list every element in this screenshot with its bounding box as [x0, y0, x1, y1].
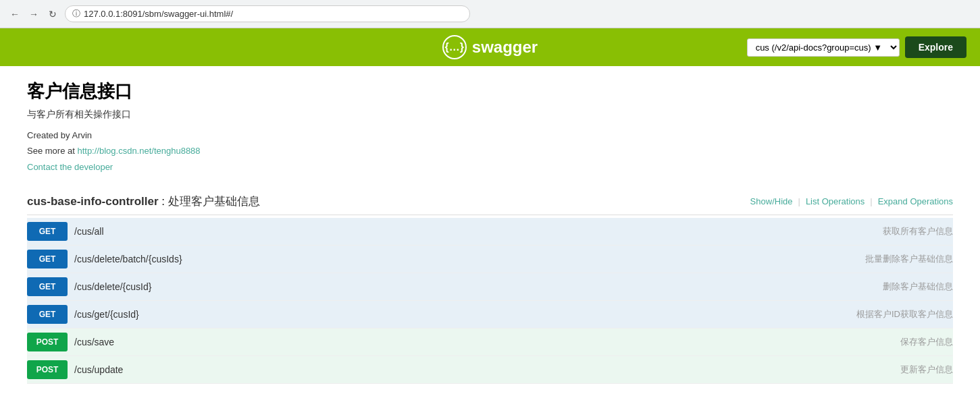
api-path: /cus/update — [74, 364, 900, 375]
controller-desc: 处理客户基础信息 — [168, 195, 260, 208]
api-info: 客户信息接口 与客户所有相关操作接口 Created by Arvin See … — [27, 80, 953, 175]
swagger-logo: {…} swagger — [442, 35, 538, 59]
api-row[interactable]: POST /cus/save 保存客户信息 — [27, 329, 953, 356]
list-operations-link[interactable]: List Operations — [806, 196, 865, 206]
controller-actions: Show/Hide | List Operations | Expand Ope… — [750, 196, 953, 206]
api-meta: Created by Arvin See more at http://blog… — [27, 128, 953, 175]
api-row[interactable]: GET /cus/delete/batch/{cusIds} 批量删除客户基础信… — [27, 246, 953, 273]
api-title: 客户信息接口 — [27, 80, 953, 103]
method-badge-get[interactable]: GET — [27, 250, 68, 268]
api-group-select[interactable]: cus (/v2/api-docs?group=cus) ▼ — [747, 38, 900, 57]
api-contact-link[interactable]: Contact the developer — [27, 162, 113, 172]
api-rows-container: GET /cus/all 获取所有客户信息 GET /cus/delete/ba… — [27, 218, 953, 384]
explore-button[interactable]: Explore — [905, 36, 966, 58]
swagger-app-name: swagger — [472, 38, 538, 57]
controller-separator: : — [161, 195, 167, 208]
method-badge-get[interactable]: GET — [27, 222, 68, 241]
controller-section: cus-base-info-controller : 处理客户基础信息 Show… — [27, 188, 953, 384]
controller-name: cus-base-info-controller — [27, 195, 159, 208]
method-badge-post[interactable]: POST — [27, 333, 68, 351]
api-path: /cus/all — [74, 226, 883, 237]
api-row[interactable]: GET /cus/all 获取所有客户信息 — [27, 218, 953, 246]
main-content: 客户信息接口 与客户所有相关操作接口 Created by Arvin See … — [0, 66, 980, 396]
api-path: /cus/get/{cusId} — [74, 309, 856, 320]
api-see-more: See more at http://blog.csdn.net/tenghu8… — [27, 143, 953, 159]
api-row[interactable]: POST /cus/update 更新客户信息 — [27, 356, 953, 384]
browser-chrome: ← → ↻ ⓘ 127.0.0.1:8091/sbm/swagger-ui.ht… — [0, 0, 980, 28]
api-desc: 保存客户信息 — [900, 336, 953, 348]
controller-header: cus-base-info-controller : 处理客户基础信息 Show… — [27, 188, 953, 215]
expand-operations-link[interactable]: Expand Operations — [878, 196, 953, 206]
protocol-icon: ⓘ — [72, 8, 80, 20]
forward-button[interactable]: → — [27, 7, 41, 21]
api-created-by: Created by Arvin — [27, 128, 953, 143]
api-see-more-link[interactable]: http://blog.csdn.net/tenghu8888 — [77, 146, 200, 156]
api-path: /cus/save — [74, 337, 900, 347]
address-bar[interactable]: ⓘ 127.0.0.1:8091/sbm/swagger-ui.html#/ — [65, 5, 470, 22]
url-text: 127.0.0.1:8091/sbm/swagger-ui.html#/ — [84, 9, 233, 19]
swagger-header: {…} swagger cus (/v2/api-docs?group=cus)… — [0, 28, 980, 66]
back-button[interactable]: ← — [8, 7, 22, 21]
show-hide-link[interactable]: Show/Hide — [750, 196, 793, 206]
api-desc: 根据客户ID获取客户信息 — [856, 308, 953, 320]
api-subtitle: 与客户所有相关操作接口 — [27, 109, 953, 121]
swagger-header-right: cus (/v2/api-docs?group=cus) ▼ Explore — [747, 36, 966, 58]
method-badge-get[interactable]: GET — [27, 277, 68, 296]
controller-title: cus-base-info-controller : 处理客户基础信息 — [27, 194, 260, 209]
api-row[interactable]: GET /cus/delete/{cusId} 删除客户基础信息 — [27, 273, 953, 301]
api-desc: 更新客户信息 — [900, 364, 953, 376]
api-desc: 获取所有客户信息 — [883, 225, 953, 237]
api-path: /cus/delete/batch/{cusIds} — [74, 254, 865, 264]
swagger-logo-icon: {…} — [442, 35, 467, 59]
api-desc: 删除客户基础信息 — [883, 281, 953, 293]
reload-button[interactable]: ↻ — [46, 7, 59, 21]
api-row[interactable]: GET /cus/get/{cusId} 根据客户ID获取客户信息 — [27, 301, 953, 329]
method-badge-post[interactable]: POST — [27, 360, 68, 379]
method-badge-get[interactable]: GET — [27, 305, 68, 324]
api-path: /cus/delete/{cusId} — [74, 281, 883, 292]
api-desc: 批量删除客户基础信息 — [865, 253, 953, 265]
